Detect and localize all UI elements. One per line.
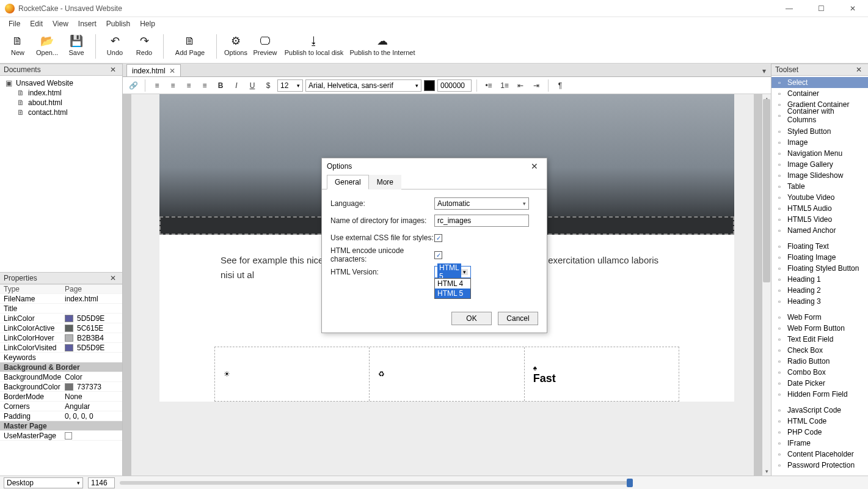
toolset-item[interactable]: ▫Date Picker	[771, 378, 868, 389]
toolset-item[interactable]: ▫Floating Styled Button	[771, 263, 868, 274]
toolset-item[interactable]: ▫Content Placeholder	[771, 449, 868, 460]
strike-icon[interactable]: $	[261, 79, 275, 92]
documents-file[interactable]: 🗎index.html	[2, 88, 120, 98]
outdent-icon[interactable]: ⇤	[514, 79, 527, 92]
toolset-item[interactable]: ▫PHP Code	[771, 427, 868, 438]
menu-file[interactable]: File	[4, 18, 25, 29]
toolset-item[interactable]: ▫HTML5 Video	[771, 214, 868, 225]
toolset-item[interactable]: ▫HTML5 Audio	[771, 203, 868, 214]
column-cell[interactable]: ♻	[370, 347, 524, 401]
toolbar-redo[interactable]: ↷Redo	[130, 33, 158, 62]
width-input[interactable]: 1146	[88, 477, 115, 488]
toolset-item[interactable]: ▫Heading 2	[771, 285, 868, 296]
prop-value[interactable]	[61, 432, 122, 439]
align-right-icon[interactable]: ≡	[182, 79, 195, 92]
menu-publish[interactable]: Publish	[101, 18, 135, 29]
vertical-scrollbar[interactable]: ▴ ▾	[762, 94, 771, 476]
prop-value[interactable]: 0, 0, 0, 0	[61, 412, 122, 421]
toolset-item[interactable]: ▫JavaScript Code	[771, 405, 868, 416]
prop-value[interactable]: 737373	[61, 383, 122, 391]
toolset-item[interactable]: ▫Heading 1	[771, 274, 868, 285]
toolset-item[interactable]: ▫Image Slideshow	[771, 170, 868, 181]
toolset-close-icon[interactable]: ✕	[853, 65, 864, 74]
htmlver-option[interactable]: HTML 5	[435, 289, 470, 298]
toolset-item[interactable]: ▫Check Box	[771, 345, 868, 356]
align-center-icon[interactable]: ≡	[166, 79, 180, 92]
font-size-select[interactable]: 12▾	[277, 79, 303, 92]
tab-dropdown-icon[interactable]: ▾	[757, 65, 771, 76]
menu-insert[interactable]: Insert	[73, 18, 101, 29]
dialog-close-icon[interactable]: ✕	[527, 161, 542, 171]
documents-root[interactable]: ▣Unsaved Website	[2, 78, 120, 88]
toolbar-new[interactable]: 🗎New	[4, 33, 32, 62]
language-select[interactable]: Automatic▾	[434, 197, 529, 210]
tab-more[interactable]: More	[369, 175, 401, 189]
device-select[interactable]: Desktop▾	[4, 477, 83, 488]
toolbar-publish-internet[interactable]: ☁Publish to the Internet	[349, 33, 416, 62]
toolset-item[interactable]: ▫Heading 3	[771, 296, 868, 307]
ok-button[interactable]: OK	[451, 312, 492, 325]
text-color-button[interactable]	[424, 80, 435, 91]
toolset-item[interactable]: ▫Floating Text	[771, 241, 868, 252]
toolbar-undo[interactable]: ↶Undo	[101, 33, 129, 62]
toolset-item[interactable]: ▫Hidden Form Field	[771, 389, 868, 400]
italic-icon[interactable]: I	[230, 79, 243, 92]
tab-general[interactable]: General	[327, 175, 369, 189]
list-ol-icon[interactable]: 1≡	[498, 79, 511, 92]
list-ul-icon[interactable]: •≡	[482, 79, 495, 92]
toolset-item[interactable]: ▫Youtube Video	[771, 192, 868, 203]
properties-close-icon[interactable]: ✕	[108, 274, 119, 282]
close-button[interactable]: ✕	[842, 2, 863, 15]
menu-help[interactable]: Help	[135, 18, 160, 29]
toolbar-options[interactable]: ⚙Options	[222, 33, 250, 62]
toolbar-addpage[interactable]: 🗎Add Page	[169, 33, 211, 62]
toolset-item[interactable]: ▫Floating Image	[771, 252, 868, 263]
text-color-hex[interactable]: 000000	[437, 79, 472, 92]
menu-edit[interactable]: Edit	[25, 18, 48, 29]
link-icon[interactable]: 🔗	[126, 79, 140, 92]
prop-value[interactable]: index.html	[61, 295, 122, 303]
toolset-item[interactable]: ▫Radio Button	[771, 356, 868, 367]
toolset-item[interactable]: ▫Web Form Button	[771, 323, 868, 334]
toolbar-preview[interactable]: 🖵Preview	[251, 33, 279, 62]
indent-icon[interactable]: ⇥	[530, 79, 543, 92]
encode-checkbox[interactable]: ✓	[434, 251, 442, 259]
toolbar-publish-local[interactable]: ⭳Publish to local disk	[280, 33, 348, 62]
prop-value[interactable]: B2B3B4	[61, 334, 122, 342]
toolset-item[interactable]: ▫Combo Box	[771, 367, 868, 378]
toolset-item[interactable]: ▫Web Form	[771, 312, 868, 323]
prop-value[interactable]: Color	[61, 373, 122, 381]
toolset-item[interactable]: ▫Named Anchor	[771, 225, 868, 236]
toolbar-save[interactable]: 💾Save	[62, 33, 90, 62]
extcss-checkbox[interactable]: ✓	[434, 234, 442, 242]
toolset-item[interactable]: ▫Navigation Menu	[771, 148, 868, 159]
htmlver-select[interactable]: HTML 5 ▾	[434, 266, 471, 278]
zoom-slider[interactable]	[120, 481, 633, 485]
align-justify-icon[interactable]: ≡	[198, 79, 211, 92]
toolset-item[interactable]: ▫Styled Button	[771, 126, 868, 137]
toolbar-open[interactable]: 📂Open...	[33, 33, 61, 62]
zoom-thumb[interactable]	[627, 479, 633, 487]
maximize-button[interactable]: ☐	[811, 2, 831, 15]
pilcrow-icon[interactable]: ¶	[553, 79, 567, 92]
prop-value[interactable]: 5D5D9E	[61, 314, 122, 323]
prop-value[interactable]: Angular	[61, 402, 122, 411]
prop-value[interactable]: None	[61, 392, 122, 401]
documents-file[interactable]: 🗎contact.html	[2, 108, 120, 117]
toolset-item[interactable]: ▫Password Protection	[771, 460, 868, 471]
toolset-item[interactable]: ▫Select	[771, 77, 868, 88]
scrollbar-thumb[interactable]	[763, 99, 770, 282]
font-family-select[interactable]: Arial, Helvetica, sans-serif▾	[305, 79, 421, 92]
imgdir-input[interactable]: rc_images	[434, 215, 529, 227]
prop-value[interactable]: 5D5D9E	[61, 344, 122, 352]
cancel-button[interactable]: Cancel	[498, 312, 538, 325]
tab-close-icon[interactable]: ✕	[169, 67, 175, 75]
toolset-item[interactable]: ▫Image	[771, 137, 868, 148]
checkbox[interactable]	[65, 432, 72, 439]
align-left-icon[interactable]: ≡	[150, 79, 164, 92]
toolset-item[interactable]: ▫Text Edit Field	[771, 334, 868, 345]
column-cell[interactable]: ♠Fast	[525, 347, 679, 401]
columns-container[interactable]: ☀ ♻ ♠Fast	[214, 347, 679, 402]
toolset-item[interactable]: ▫HTML Code	[771, 416, 868, 427]
bold-icon[interactable]: B	[214, 79, 227, 92]
